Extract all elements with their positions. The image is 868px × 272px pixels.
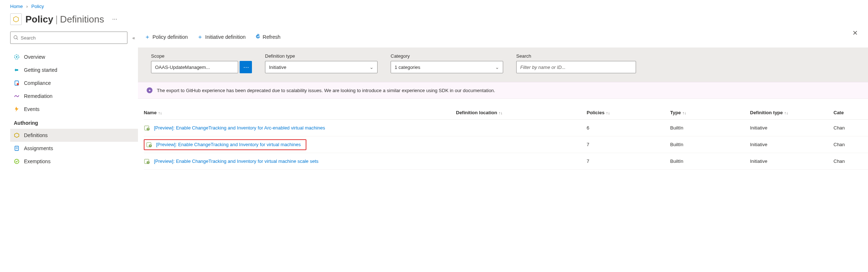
refresh-button[interactable]: Refresh [255,34,281,40]
sidebar-item-definitions[interactable]: Definitions [10,129,138,142]
refresh-icon [255,34,261,40]
sidebar-item-assignments[interactable]: Assignments [10,142,138,155]
cell-definition-type: Initiative [750,125,834,131]
filter-label: Search [516,53,636,59]
chevron-down-icon: ⌄ [370,65,374,70]
initiative-icon [146,141,152,148]
toolbar-label: Policy definition [152,34,188,40]
toolbar-label: Refresh [263,34,281,40]
column-header-name[interactable]: Name↑↓ [144,110,456,115]
sidebar-item-label: Exemptions [24,158,50,164]
sidebar-item-exemptions[interactable]: Exemptions [10,155,138,168]
add-initiative-definition-button[interactable]: ＋ Initiative definition [197,33,245,41]
breadcrumb: Home › Policy [0,0,868,11]
definitions-table: Name↑↓ Definition location↑↓ Policies↑↓ … [138,99,868,170]
getting-started-icon [14,67,20,73]
sidebar-search[interactable] [10,32,127,44]
filter-search-input[interactable] [520,65,632,70]
more-actions-button[interactable]: ⋯ [112,16,118,22]
dropdown-value: 1 categories [395,65,420,70]
cell-policies: 6 [587,125,670,131]
cell-name: [Preview]: Enable ChangeTracking and Inv… [144,139,456,150]
svg-rect-8 [15,146,19,151]
sidebar-section-authoring: Authoring [10,116,138,129]
svg-line-2 [17,38,18,40]
chevron-down-icon: ⌄ [495,65,499,70]
sidebar-item-label: Assignments [24,145,53,151]
toolbar-label: Initiative definition [205,34,245,40]
sidebar-item-label: Getting started [24,67,57,73]
sidebar-item-remediation[interactable]: Remediation [10,90,138,103]
filter-category-group: Category 1 categories ⌄ [391,53,503,73]
filter-search-box[interactable] [516,61,636,73]
svg-point-20 [148,161,148,162]
cell-category: Chan [834,125,863,131]
table-row[interactable]: [Preview]: Enable ChangeTracking and Inv… [144,120,868,136]
column-header-policies[interactable]: Policies↑↓ [587,110,670,115]
sidebar-search-input[interactable] [21,35,124,41]
svg-point-4 [16,56,17,58]
table-row[interactable]: [Preview]: Enable ChangeTracking and Inv… [144,153,868,170]
cell-policies: 7 [587,158,670,164]
svg-point-16 [149,144,152,147]
search-icon [13,35,19,40]
overview-icon [14,54,20,60]
svg-point-19 [147,161,150,164]
definition-type-dropdown[interactable]: Initiative ⌄ [265,61,378,73]
remediation-icon [14,93,20,99]
table-row[interactable]: [Preview]: Enable ChangeTracking and Inv… [144,136,868,153]
svg-point-1 [14,36,17,39]
column-header-definition-location[interactable]: Definition location↑↓ [456,110,587,115]
column-header-definition-type[interactable]: Definition type↑↓ [750,110,834,115]
cell-name: [Preview]: Enable ChangeTracking and Inv… [144,158,456,165]
cell-type: BuiltIn [670,125,750,131]
exemptions-icon [14,158,20,164]
definitions-icon [14,132,20,138]
filter-label: Scope [151,53,252,59]
cell-category: Chan [834,142,863,147]
main-content: ＋ Policy definition ＋ Initiative definit… [138,32,868,170]
sidebar-item-label: Compliance [24,80,51,86]
scope-picker-button[interactable]: ⋯ [240,61,252,73]
sidebar: « Overview Getting started Compliance Re… [0,32,138,170]
sidebar-item-events[interactable]: Events [10,103,138,116]
compliance-icon [14,80,20,86]
cell-name: [Preview]: Enable ChangeTracking and Inv… [144,125,456,131]
filter-label: Category [391,53,503,59]
close-button[interactable]: ✕ [852,29,858,37]
title-separator: | [56,14,58,25]
dropdown-value: Initiative [269,65,286,70]
toolbar: ＋ Policy definition ＋ Initiative definit… [138,32,868,48]
sidebar-item-label: Remediation [24,93,53,99]
sidebar-item-label: Definitions [24,132,48,138]
breadcrumb-home[interactable]: Home [10,4,23,9]
filter-definition-type-group: Definition type Initiative ⌄ [265,53,378,73]
column-header-category[interactable]: Cate [834,110,863,115]
sidebar-item-getting-started[interactable]: Getting started [10,63,138,77]
filter-label: Definition type [265,53,378,59]
cell-policies: 7 [587,142,670,147]
category-dropdown[interactable]: 1 categories ⌄ [391,61,503,73]
filter-scope-group: Scope OAAS-UpdateManagem... ⋯ [151,53,252,73]
collapse-sidebar-button[interactable]: « [133,35,135,41]
definition-link[interactable]: [Preview]: Enable ChangeTracking and Inv… [156,142,301,147]
plus-icon: ＋ [144,33,150,41]
policy-page-icon [10,13,22,25]
cell-type: BuiltIn [670,142,750,147]
column-header-type[interactable]: Type↑↓ [670,110,750,115]
page-subtitle: Definitions [60,14,104,25]
sidebar-item-overview[interactable]: Overview [10,50,138,63]
breadcrumb-policy[interactable]: Policy [31,4,44,9]
sidebar-item-label: Events [24,106,40,112]
sidebar-item-compliance[interactable]: Compliance [10,77,138,90]
scope-input[interactable]: OAAS-UpdateManagem... [151,61,238,73]
page-header: Policy | Definitions ⋯ [0,11,868,32]
add-policy-definition-button[interactable]: ＋ Policy definition [144,33,188,41]
events-icon [14,106,20,112]
sort-icon: ↑↓ [158,111,162,115]
filter-bar: Scope OAAS-UpdateManagem... ⋯ Definition… [138,48,868,82]
page-title: Policy [25,14,53,25]
svg-point-13 [147,128,150,131]
definition-link[interactable]: [Preview]: Enable ChangeTracking and Inv… [154,125,325,131]
definition-link[interactable]: [Preview]: Enable ChangeTracking and Inv… [154,158,318,164]
